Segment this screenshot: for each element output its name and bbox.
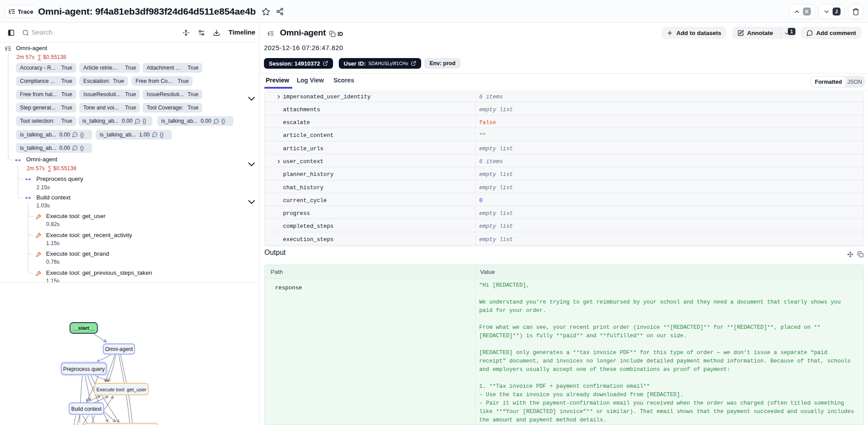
svg-text:__start__: __start__	[72, 325, 95, 331]
svg-text:Build context: Build context	[71, 406, 102, 412]
svg-text:Execute tool: get_user: Execute tool: get_user	[97, 387, 147, 392]
svg-text:Omni-agent: Omni-agent	[105, 346, 133, 352]
svg-text:Preprocess query: Preprocess query	[63, 366, 105, 372]
